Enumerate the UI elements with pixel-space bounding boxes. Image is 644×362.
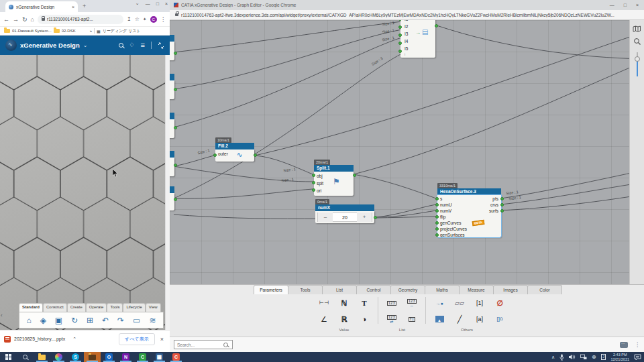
tab-construct[interactable]: Construct bbox=[43, 303, 67, 312]
image-icon[interactable]: ▲ bbox=[431, 312, 447, 326]
input-port-dot[interactable] bbox=[435, 203, 439, 206]
clipped-node[interactable] bbox=[170, 35, 174, 60]
tab-images[interactable]: Images bbox=[493, 285, 528, 294]
vector-icon[interactable]: []ū bbox=[492, 312, 508, 326]
input-port-dot[interactable] bbox=[312, 181, 315, 184]
output-port-dot[interactable] bbox=[254, 154, 257, 157]
bookmark-item[interactable]: 02-DSK bbox=[62, 29, 76, 33]
output-port-dot[interactable] bbox=[435, 24, 438, 27]
new-tab-button[interactable]: + bbox=[83, 3, 86, 9]
window-title-bar[interactable]: CATIA xGenerative Design - Graph Editor … bbox=[170, 0, 644, 10]
point-ref-icon[interactable]: →● bbox=[431, 296, 447, 310]
tab-lifecycle[interactable]: Lifecycle bbox=[123, 303, 145, 312]
forward-button[interactable]: → bbox=[13, 16, 19, 23]
share-icon[interactable]: ↥ bbox=[127, 16, 131, 22]
close-button[interactable]: × bbox=[636, 3, 639, 7]
numx-value[interactable]: 20 bbox=[333, 215, 357, 220]
explore-icon[interactable]: ◈ bbox=[40, 316, 46, 324]
microphone-icon[interactable] bbox=[559, 354, 564, 361]
zoom-select-icon[interactable] bbox=[633, 38, 641, 46]
network-icon[interactable] bbox=[580, 354, 587, 360]
node-fill2[interactable]: 10ms/1 Fill.2 outer ∿ bbox=[215, 137, 254, 162]
download-filename[interactable]: 20210825_history....pptx bbox=[14, 337, 65, 341]
clipped-node[interactable] bbox=[170, 151, 174, 176]
page-scrollbar[interactable] bbox=[165, 55, 170, 330]
minimize-button[interactable]: — bbox=[610, 3, 614, 7]
tab-control[interactable]: Control bbox=[356, 285, 391, 294]
action-center-icon[interactable] bbox=[634, 354, 641, 361]
comments-icon[interactable] bbox=[620, 342, 628, 348]
tab-close-icon[interactable]: × bbox=[72, 5, 74, 9]
node-merge[interactable]: I1 I2 I3 I4 I5 → ▤ i bbox=[400, 20, 435, 58]
reload-button[interactable]: ↻ bbox=[22, 16, 28, 23]
undo-icon[interactable]: ↶ bbox=[102, 316, 109, 324]
real-number-icon[interactable]: ℝ bbox=[336, 312, 352, 326]
browser-menu-icon[interactable]: ⋮ bbox=[160, 16, 166, 23]
taskbar-outlook[interactable]: O bbox=[101, 352, 117, 362]
text-list-icon[interactable]: T≡ bbox=[404, 312, 420, 326]
sync-blocked-icon[interactable]: ⊗ bbox=[592, 355, 596, 360]
home-icon[interactable]: ⌂ bbox=[26, 316, 31, 324]
bookmark-item[interactable]: 01-Dassault System... bbox=[12, 29, 52, 33]
node-title[interactable]: HexaOnSurface.3 bbox=[437, 188, 501, 195]
line-icon[interactable]: ╱ bbox=[451, 312, 468, 326]
tab-maths[interactable]: Maths bbox=[425, 285, 460, 294]
download-bar-close-icon[interactable]: × bbox=[160, 336, 164, 343]
search-icon[interactable] bbox=[119, 43, 123, 48]
profile-avatar[interactable]: C bbox=[150, 16, 157, 23]
node-split1[interactable]: 20ms/1 Split.1 obj splt ori ⚑ bbox=[314, 160, 354, 196]
extensions-icon[interactable]: ✦ bbox=[143, 17, 147, 22]
input-port-dot[interactable] bbox=[435, 197, 439, 200]
tab-create[interactable]: Create bbox=[67, 303, 86, 312]
chrome-chevron-icon[interactable]: ⌄ bbox=[136, 1, 140, 6]
text-param-icon[interactable]: T bbox=[356, 296, 372, 310]
input-port-dot[interactable] bbox=[312, 188, 315, 192]
tag-icon[interactable]: ♢ bbox=[129, 42, 135, 48]
increment-button[interactable]: + bbox=[357, 213, 372, 222]
search-input[interactable] bbox=[177, 343, 221, 347]
input-port-dot[interactable] bbox=[398, 20, 402, 21]
bookmarks-overflow-icon[interactable]: » bbox=[90, 29, 92, 33]
output-port-dot[interactable] bbox=[500, 197, 504, 200]
list-icon[interactable]: 123 bbox=[384, 296, 400, 310]
zoom-slider[interactable] bbox=[637, 52, 638, 76]
input-port-dot[interactable] bbox=[312, 174, 315, 177]
tab-geometry[interactable]: Geometry bbox=[390, 285, 425, 294]
input-port-dot[interactable] bbox=[435, 209, 439, 213]
browser-tab-xgenerative[interactable]: xGenerative Design × bbox=[5, 1, 78, 12]
taskbar-explorer[interactable] bbox=[34, 352, 50, 362]
input-port-dot[interactable] bbox=[398, 50, 402, 53]
sync-icon[interactable]: ↻ bbox=[71, 316, 78, 324]
start-button[interactable] bbox=[0, 352, 17, 362]
search-box[interactable] bbox=[174, 340, 233, 349]
node-title[interactable]: Fill.2 bbox=[215, 143, 254, 149]
reference-icon[interactable]: [a] bbox=[472, 312, 488, 326]
more-options-icon[interactable]: ⋮ bbox=[635, 342, 640, 348]
input-port-dot[interactable] bbox=[435, 227, 439, 231]
input-port-dot[interactable] bbox=[213, 154, 217, 157]
save-icon[interactable]: ▣ bbox=[55, 316, 62, 324]
list-resize-icon[interactable]: 123⇄ bbox=[384, 312, 400, 326]
null-icon[interactable]: ∅ bbox=[492, 296, 508, 310]
taskbar-red-app[interactable]: C bbox=[168, 352, 184, 362]
node-title[interactable]: numX bbox=[315, 204, 374, 211]
tab-operate[interactable]: Operate bbox=[86, 303, 107, 312]
download-options-chevron-icon[interactable]: ⌃ bbox=[72, 337, 76, 342]
zoom-slider-thumb[interactable] bbox=[635, 56, 640, 62]
tray-expand-chevron-icon[interactable]: ∧ bbox=[551, 355, 555, 359]
taskbar-skype[interactable]: S bbox=[67, 352, 84, 362]
taskbar-clock[interactable]: 2:43 PM 12/21/2021 bbox=[610, 353, 629, 361]
node-title[interactable]: Split.1 bbox=[314, 165, 354, 172]
tab-standard[interactable]: Standard bbox=[19, 303, 43, 312]
maximize-button[interactable]: □ bbox=[156, 1, 159, 6]
show-all-downloads-button[interactable]: すべて表示 bbox=[119, 333, 155, 345]
index-icon[interactable]: [1] bbox=[472, 296, 488, 310]
output-port-dot[interactable] bbox=[174, 52, 177, 55]
boolean-param-icon[interactable]: ◑ bbox=[356, 312, 372, 326]
output-port-dot[interactable] bbox=[500, 209, 504, 213]
rss-icon[interactable]: ≋ bbox=[149, 316, 156, 324]
list-series-icon[interactable]: 123↔ bbox=[404, 296, 420, 310]
input-port-dot[interactable] bbox=[398, 34, 402, 37]
overview-map-icon[interactable] bbox=[633, 25, 641, 32]
show-hide-icon[interactable]: ▱▱ bbox=[451, 296, 468, 310]
